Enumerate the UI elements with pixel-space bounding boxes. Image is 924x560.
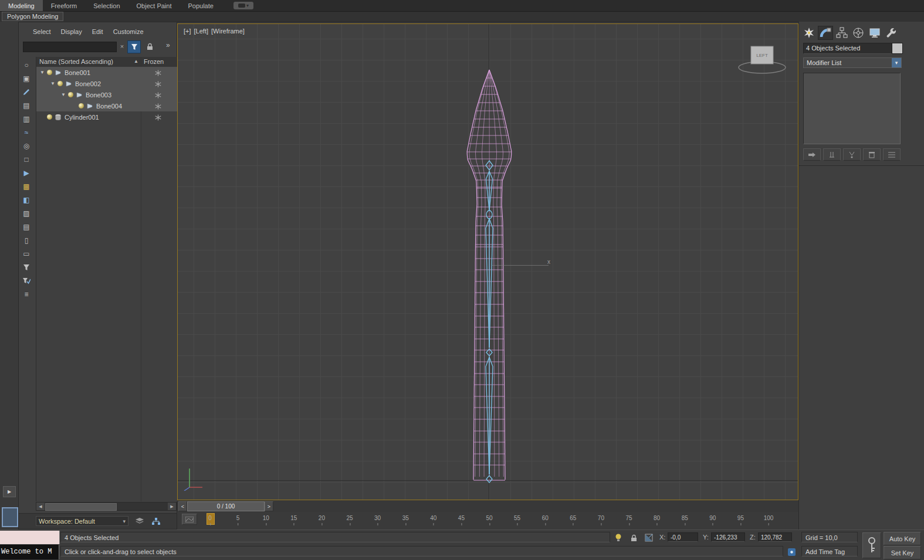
configure-modifier-sets-button[interactable] bbox=[883, 148, 901, 161]
display-waves-filter-icon[interactable]: ≈ bbox=[21, 127, 32, 138]
column-header-frozen[interactable]: Frozen bbox=[144, 58, 164, 65]
search-filter-button[interactable] bbox=[127, 40, 141, 53]
menu-select[interactable]: Select bbox=[33, 28, 51, 40]
selection-lock-toggle[interactable] bbox=[629, 533, 638, 542]
notifications-icon[interactable] bbox=[787, 547, 796, 556]
display-geometry-filter-icon[interactable]: ▣ bbox=[21, 73, 32, 84]
frozen-toggle-icon[interactable] bbox=[154, 102, 162, 110]
object-name-field[interactable]: 4 Objects Selected bbox=[803, 43, 892, 54]
scroll-left-button[interactable]: ◀ bbox=[36, 503, 45, 510]
frozen-toggle-icon[interactable] bbox=[154, 80, 162, 88]
previous-frame-button[interactable]: < bbox=[178, 501, 187, 511]
column-header-name[interactable]: Name (Sorted Ascending) bbox=[39, 58, 113, 65]
viewcube[interactable]: LEFT bbox=[735, 43, 789, 78]
frozen-toggle-icon[interactable] bbox=[154, 69, 162, 77]
filter-funnel-check-icon[interactable] bbox=[21, 275, 32, 287]
x-coordinate-field[interactable]: -0,0 bbox=[668, 532, 698, 542]
open-mini-curve-editor-button[interactable] bbox=[182, 514, 197, 525]
layer-list-icon[interactable]: ≡ bbox=[21, 289, 32, 300]
explorer-horizontal-scrollbar[interactable]: ◀ ▶ bbox=[36, 502, 177, 511]
viewport-menu-view[interactable]: [Left] bbox=[194, 28, 208, 35]
collapse-arrow-icon[interactable]: ▼ bbox=[60, 92, 67, 97]
list-view-icon[interactable]: ▤ bbox=[21, 221, 32, 233]
scrollbar-thumb[interactable] bbox=[45, 503, 117, 511]
tab-display[interactable] bbox=[867, 26, 882, 40]
note-page-icon[interactable]: ▭ bbox=[21, 248, 32, 260]
explorer-row-bone002[interactable]: ▼Bone002 bbox=[36, 78, 177, 89]
time-slider-track[interactable]: < 0 / 100 > bbox=[177, 500, 798, 513]
select-filter-icon[interactable]: ○ bbox=[21, 59, 32, 71]
y-coordinate-field[interactable]: -126,233 bbox=[711, 532, 745, 542]
explorer-row-bone004[interactable]: Bone004 bbox=[36, 100, 177, 111]
visibility-bulb-icon[interactable] bbox=[57, 81, 63, 86]
display-helpers-filter-icon[interactable]: ◎ bbox=[21, 140, 32, 152]
pin-stack-button[interactable] bbox=[803, 148, 821, 161]
blank-page-icon[interactable]: ▯ bbox=[21, 235, 32, 246]
collapse-arrow-icon[interactable]: ▼ bbox=[39, 70, 46, 75]
visibility-bulb-icon[interactable] bbox=[47, 114, 52, 120]
explorer-overflow-chevron[interactable]: » bbox=[166, 41, 170, 49]
add-time-tag-field[interactable]: Add Time Tag bbox=[801, 546, 858, 556]
visibility-bulb-icon[interactable] bbox=[79, 103, 84, 108]
collapse-arrow-icon[interactable]: ▼ bbox=[49, 81, 56, 86]
show-end-result-button[interactable] bbox=[823, 148, 841, 161]
schematic-view-button[interactable] bbox=[150, 516, 162, 527]
auto-key-button[interactable]: Auto Key bbox=[884, 532, 921, 545]
tab-modify[interactable] bbox=[818, 26, 833, 40]
make-unique-button[interactable] bbox=[843, 148, 861, 161]
viewport-left-wireframe[interactable]: [+] [Left] [Wireframe] LEFT x bbox=[177, 23, 798, 500]
display-lights-filter-icon[interactable]: ▥ bbox=[21, 113, 32, 125]
workspace-dropdown[interactable]: Workspace: Default ▾ bbox=[36, 516, 128, 526]
expand-toolbar-button[interactable]: ▶ bbox=[3, 486, 16, 497]
display-spacewarps-filter-icon[interactable]: □ bbox=[21, 154, 32, 165]
tab-motion[interactable] bbox=[851, 26, 866, 40]
display-bones-filter-icon[interactable]: ◧ bbox=[21, 194, 32, 206]
display-containers-filter-icon[interactable]: ▨ bbox=[21, 208, 32, 219]
display-shapes-filter-icon[interactable]: ▤ bbox=[21, 100, 32, 111]
viewport-layout-tab[interactable] bbox=[2, 507, 18, 527]
display-xrefs-filter-icon[interactable]: ▩ bbox=[21, 181, 32, 192]
polygon-modeling-panel-button[interactable]: Polygon Modeling bbox=[2, 12, 63, 21]
timeline-ruler[interactable]: 0510152025303540455055606570758085909510… bbox=[177, 512, 798, 530]
z-coordinate-field[interactable]: 120,782 bbox=[758, 532, 792, 542]
filter-funnel-icon[interactable] bbox=[21, 262, 32, 273]
isolate-selection-toggle[interactable] bbox=[614, 533, 623, 542]
frozen-toggle-icon[interactable] bbox=[154, 91, 162, 99]
frozen-toggle-icon[interactable] bbox=[154, 113, 162, 121]
viewport-menu-shading[interactable]: [Wireframe] bbox=[211, 28, 245, 35]
object-color-swatch[interactable] bbox=[892, 43, 903, 54]
transform-type-in-toggle[interactable] bbox=[644, 533, 654, 542]
set-key-button[interactable]: Set Key bbox=[884, 546, 921, 559]
next-frame-button[interactable]: > bbox=[265, 501, 273, 511]
visibility-bulb-icon[interactable] bbox=[47, 70, 52, 75]
menu-customize[interactable]: Customize bbox=[113, 28, 144, 40]
menu-display[interactable]: Display bbox=[61, 28, 82, 40]
layers-button[interactable] bbox=[134, 516, 145, 527]
time-slider-handle[interactable]: 0 / 100 bbox=[187, 501, 265, 511]
display-groups-filter-icon[interactable]: ▶ bbox=[21, 167, 32, 179]
viewport-menu-general[interactable]: [+] bbox=[184, 28, 191, 35]
ribbon-tab-selection[interactable]: Selection bbox=[85, 0, 128, 11]
edit-pencil-icon[interactable] bbox=[21, 86, 32, 98]
tab-create[interactable] bbox=[801, 26, 817, 40]
maxscript-listener[interactable]: Welcome to M bbox=[0, 545, 59, 559]
modifier-list-dropdown[interactable]: Modifier List ▾ bbox=[803, 57, 902, 68]
clear-search-icon[interactable]: × bbox=[118, 42, 126, 51]
maxscript-macro-recorder[interactable] bbox=[0, 531, 60, 544]
modifier-stack-list[interactable] bbox=[803, 73, 901, 144]
tab-hierarchy[interactable] bbox=[834, 26, 849, 40]
visibility-bulb-icon[interactable] bbox=[68, 92, 73, 97]
menu-edit[interactable]: Edit bbox=[92, 28, 103, 40]
tab-utilities[interactable] bbox=[884, 26, 899, 40]
remove-modifier-button[interactable] bbox=[863, 148, 881, 161]
scroll-right-button[interactable]: ▶ bbox=[168, 503, 176, 510]
explorer-row-bone003[interactable]: ▼Bone003 bbox=[36, 89, 177, 100]
ribbon-tab-object-paint[interactable]: Object Paint bbox=[128, 0, 180, 11]
set-keys-button[interactable] bbox=[862, 532, 881, 558]
lock-explorer-button[interactable] bbox=[145, 41, 154, 52]
explorer-row-cylinder001[interactable]: Cylinder001 bbox=[36, 111, 177, 123]
ribbon-tab-populate[interactable]: Populate bbox=[180, 0, 221, 11]
ribbon-display-mode-button[interactable]: ▾ bbox=[233, 2, 253, 9]
explorer-search-input[interactable] bbox=[23, 42, 117, 52]
ribbon-tab-freeform[interactable]: Freeform bbox=[43, 0, 86, 11]
